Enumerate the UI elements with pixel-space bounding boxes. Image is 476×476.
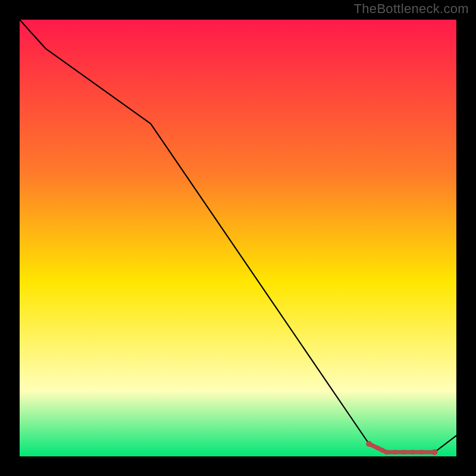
curve-marker <box>384 450 389 455</box>
curve-marker <box>419 450 424 455</box>
plot-area <box>20 20 456 456</box>
gradient-background <box>20 20 456 456</box>
chart-svg <box>20 20 456 456</box>
curve-marker <box>366 441 372 447</box>
curve-marker <box>380 448 384 453</box>
curve-marker <box>375 446 380 450</box>
curve-marker <box>411 450 415 455</box>
curve-marker <box>402 450 406 455</box>
chart-frame: TheBottleneck.com <box>0 0 476 476</box>
curve-marker <box>393 450 397 455</box>
watermark-label: TheBottleneck.com <box>354 1 469 17</box>
curve-marker <box>431 449 437 455</box>
